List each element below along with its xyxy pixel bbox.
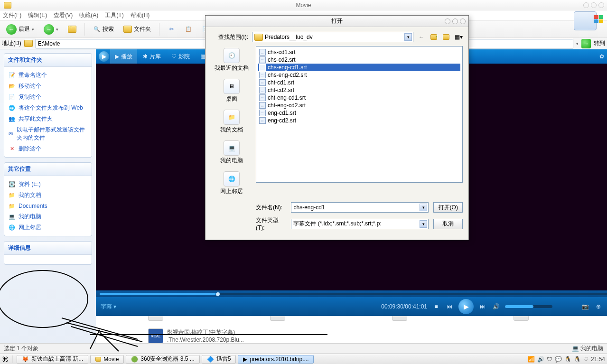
srt-file-icon: :: [259, 110, 266, 116]
folders-button[interactable]: 文件夹 [120, 23, 154, 36]
player-logo-icon: ▶ [99, 51, 109, 62]
menu-file[interactable]: 文件(F) [3, 11, 21, 19]
minimize-button[interactable] [583, 2, 589, 8]
srt-file-icon: :: [259, 94, 266, 101]
start-button[interactable]: ⌘ [2, 355, 9, 363]
tray-icon[interactable]: 🐧 [574, 356, 581, 363]
open-button[interactable]: ⊕ [594, 302, 603, 311]
filetype-combo[interactable]: 字幕文件 (*.idx;*.smi;*.sub;*.srt;*.p:▾ [291, 219, 429, 229]
volume-slider[interactable] [505, 305, 552, 308]
file-row[interactable]: ::cht-eng-cd2.srt [258, 102, 460, 109]
tray-icon[interactable]: 💬 [555, 356, 562, 363]
snapshot-button[interactable]: 📷 [581, 302, 589, 311]
tab-cinema[interactable]: ♡ 影院 [167, 49, 195, 64]
folder-icon [254, 34, 263, 41]
task-publish[interactable]: 🌐将这个文件夹发布到 Web [8, 103, 88, 113]
tray-icon[interactable]: 🛡 [547, 356, 552, 363]
menu-view[interactable]: 查看(V) [54, 11, 73, 19]
file-row[interactable]: ::cht-cd1.srt [258, 79, 460, 86]
tab-library[interactable]: ✱ 片库 [138, 49, 166, 64]
file-row[interactable]: ::chs-cd2.srt [258, 56, 460, 64]
taskbar: ⌘ 🦊新铁血战士高清 新... Movie 🟢360安全浏览器 3.5 ... … [0, 354, 607, 364]
place-mydocs[interactable]: 📁我的文档 [8, 190, 88, 201]
place-mydocs[interactable]: 📁我的文档 [218, 108, 245, 136]
system-tray[interactable]: 📶 🔊 🛡 💬 🐧 🐧 ♡ 21:54 [528, 356, 605, 363]
stop-button[interactable]: ■ [432, 302, 440, 311]
filename-input[interactable]: chs-eng-cd1▾ [291, 202, 429, 213]
filetype-label: 文件类型(T): [256, 216, 286, 231]
place-docs[interactable]: 📁Documents [8, 201, 88, 211]
dialog-open-button[interactable]: 打开(O) [433, 202, 463, 213]
status-right: 💻 我的电脑 [572, 345, 603, 353]
file-row[interactable]: ::eng-cd2.srt [258, 117, 460, 124]
menu-help[interactable]: 帮助(H) [131, 11, 150, 19]
task-delete[interactable]: ✕删除这个 [8, 143, 88, 154]
tray-icon[interactable]: 📶 [528, 356, 535, 363]
task-rename[interactable]: 📝重命名这个 [8, 70, 88, 81]
dialog-max-button[interactable] [452, 19, 458, 24]
copy-button[interactable]: 📋 [181, 23, 196, 36]
place-mypc[interactable]: 💻我的电脑 [218, 139, 245, 167]
place-desktop[interactable]: 🖥桌面 [222, 77, 242, 105]
taskbar-item[interactable]: ▶predators.2010.bdrip.... [238, 355, 314, 364]
file-list[interactable]: ::chs-cd1.srt::chs-cd2.srt::chs-eng-cd1.… [256, 46, 463, 183]
places-header: 其它位置 [4, 163, 92, 176]
close-button[interactable] [598, 2, 604, 8]
back-button[interactable]: ←后退▾ [3, 23, 37, 36]
go-button[interactable]: → [581, 39, 591, 48]
chevron-down-icon[interactable]: ▾ [404, 33, 412, 41]
seek-bar[interactable] [96, 290, 607, 297]
seek-thumb[interactable] [215, 292, 220, 297]
dialog-cancel-button[interactable]: 取消 [433, 219, 463, 229]
new-folder-icon[interactable] [442, 33, 450, 41]
tab-play[interactable]: ▶ 播放 [110, 49, 137, 64]
place-network[interactable]: 🌐网上邻居 [8, 222, 88, 233]
file-row[interactable]: ::chs-eng-cd2.srt [258, 71, 460, 79]
cut-button[interactable]: ✂ [164, 23, 178, 36]
chevron-down-icon[interactable]: ▾ [420, 220, 427, 228]
status-left: 选定 1 个对象 [4, 345, 38, 353]
lookin-combo[interactable]: Predators__luo_dv ▾ [252, 32, 413, 42]
tray-icon[interactable]: 🐧 [564, 356, 571, 363]
tray-icon[interactable]: ♡ [583, 356, 588, 363]
maximize-button[interactable] [591, 2, 597, 8]
play-button[interactable]: ▶ [458, 299, 474, 314]
search-button[interactable]: 🔍搜索 [90, 23, 117, 36]
file-row[interactable]: ::cht-eng-cd1.srt [258, 94, 460, 102]
task-copy[interactable]: 📄复制这个 [8, 92, 88, 103]
taskbar-item[interactable]: 🦊新铁血战士高清 新... [17, 355, 88, 364]
file-row[interactable]: ::chs-cd1.srt [258, 48, 460, 56]
forward-button[interactable]: →▾ [40, 23, 62, 36]
file-row[interactable]: ::eng-cd1.srt [258, 109, 460, 117]
next-button[interactable]: ⏭ [478, 302, 487, 311]
file-row[interactable]: ::chs-eng-cd1.srt [258, 64, 460, 71]
taskbar-item[interactable]: Movie [90, 355, 124, 364]
address-dropdown[interactable]: ▾ [576, 41, 579, 46]
subtitle-button[interactable]: 字幕 ▾ [101, 303, 116, 311]
place-recent[interactable]: 🕘我最近的文档 [213, 46, 251, 74]
dialog-min-button[interactable] [445, 19, 450, 24]
up-button[interactable]: ↑ [65, 23, 80, 36]
folder-icon [24, 40, 33, 47]
taskbar-item[interactable]: 🟢360安全浏览器 3.5 ... [126, 355, 199, 364]
tray-icon[interactable]: 🔊 [537, 356, 544, 363]
nav-up-icon[interactable]: ↑ [430, 33, 438, 41]
chevron-down-icon[interactable]: ▾ [420, 204, 427, 211]
player-settings-icon[interactable]: ✿ [599, 53, 604, 60]
place-network[interactable]: 🌐网上邻居 [218, 169, 245, 197]
place-drive[interactable]: 💽资料 (E:) [8, 179, 88, 190]
task-move[interactable]: 📂移动这个 [8, 81, 88, 92]
place-mypc[interactable]: 💻我的电脑 [8, 211, 88, 222]
task-email[interactable]: ✉以电子邮件形式发送该文件夹内的文件 [8, 124, 88, 143]
menu-tools[interactable]: 工具(T) [105, 11, 123, 19]
dialog-close-button[interactable] [460, 19, 466, 24]
mute-button[interactable]: 🔊 [492, 302, 500, 311]
task-share[interactable]: 👥共享此文件夹 [8, 113, 88, 124]
menu-edit[interactable]: 编辑(E) [28, 11, 47, 19]
prev-button[interactable]: ⏮ [445, 302, 454, 311]
taskbar-item[interactable]: 🔷迅雷5 [202, 355, 236, 364]
file-row[interactable]: ::cht-cd2.srt [258, 86, 460, 94]
nav-back-icon[interactable]: ← [417, 33, 426, 41]
view-menu-icon[interactable]: ▦▾ [454, 33, 463, 41]
menu-fav[interactable]: 收藏(A) [79, 11, 98, 19]
